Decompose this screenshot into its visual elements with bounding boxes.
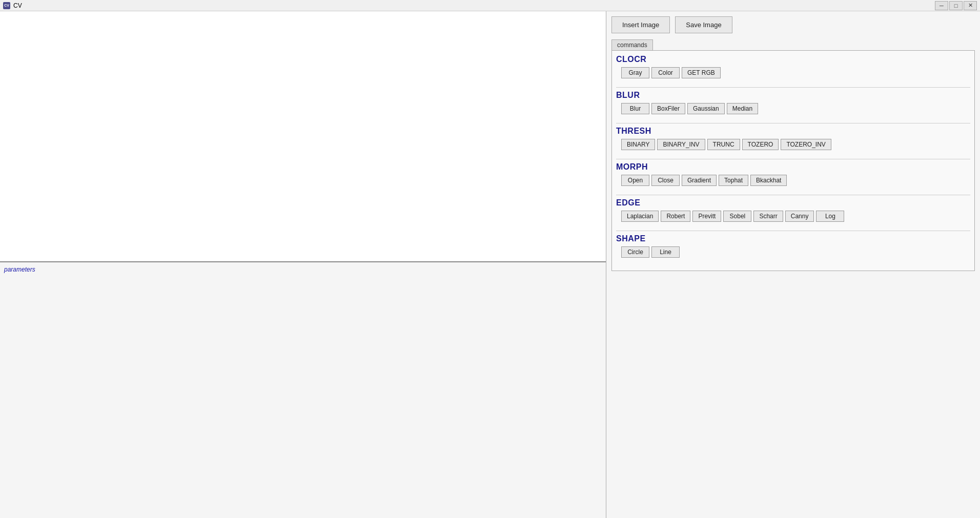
edge-laplacian-button[interactable]: Laplacian [621,211,659,222]
app-title: CV [13,2,22,9]
section-thresh: THRESH BINARY BINARY_INV TRUNC TOZERO TO… [616,127,970,152]
edge-canny-button[interactable]: Canny [785,211,814,222]
blur-blur-button[interactable]: Blur [621,103,649,114]
edge-robert-button[interactable]: Robert [661,211,690,222]
edge-sobel-button[interactable]: Sobel [723,211,751,222]
clocr-getrgb-button[interactable]: GET RGB [682,67,721,78]
section-morph-title: MORPH [616,162,970,172]
main-layout: parameters Insert Image Save Image comma… [0,11,980,518]
morph-bkackhat-button[interactable]: Bkackhat [750,175,787,186]
title-bar-controls: ─ □ ✕ [935,1,977,10]
edge-row-2: Sobel Scharr Canny [723,211,814,222]
morph-row-1: Open Close Gradient [621,175,717,186]
shape-circle-button[interactable]: Circle [621,246,649,258]
section-shape: SHAPE Circle Line [616,234,970,259]
thresh-tozero-button[interactable]: TOZERO [742,139,779,150]
thresh-row-2: TOZERO TOZERO_INV [742,139,831,150]
right-panel: Insert Image Save Image commands CLOCR G… [606,11,980,518]
thresh-tozero-inv-button[interactable]: TOZERO_INV [781,139,831,150]
maximize-button[interactable]: □ [949,1,963,10]
blur-row-1: Blur BoxFiler Gaussian Median [621,103,758,114]
shape-row-1: Circle Line [621,246,680,258]
thresh-trunc-button[interactable]: TRUNC [707,139,740,150]
edge-row-1: Laplacian Robert Previtt [621,211,721,222]
blur-median-button[interactable]: Median [727,103,758,114]
shape-line-button[interactable]: Line [651,246,680,258]
section-shape-buttons: Circle Line [616,246,970,259]
parameters-panel: parameters [0,262,606,518]
section-morph-buttons: Open Close Gradient Tophat Bkackhat [616,175,970,188]
thresh-binary-button[interactable]: BINARY [621,139,655,150]
divider-blur [616,87,970,88]
morph-close-button[interactable]: Close [651,175,680,186]
blur-gaussian-button[interactable]: Gaussian [687,103,725,114]
commands-tab[interactable]: commands [611,39,653,50]
commands-container: CLOCR Gray Color GET RGB BLUR Blur BoxFi… [611,50,975,271]
clocr-row-1: Gray Color GET RGB [621,67,721,78]
parameters-label: parameters [4,266,35,273]
app-icon: CV [3,2,10,9]
divider-shape [616,231,970,231]
section-clocr: CLOCR Gray Color GET RGB [616,55,970,80]
thresh-row-1: BINARY BINARY_INV TRUNC [621,139,740,150]
section-clocr-title: CLOCR [616,55,970,64]
insert-image-button[interactable]: Insert Image [611,16,670,33]
clocr-color-button[interactable]: Color [651,67,680,78]
section-blur-buttons: Blur BoxFiler Gaussian Median [616,103,970,116]
title-bar: CV CV ─ □ ✕ [0,0,980,11]
thresh-binary-inv-button[interactable]: BINARY_INV [657,139,705,150]
section-blur-title: BLUR [616,91,970,100]
section-blur: BLUR Blur BoxFiler Gaussian Median [616,91,970,116]
close-button[interactable]: ✕ [964,1,977,10]
section-shape-title: SHAPE [616,234,970,243]
left-area: parameters [0,11,606,518]
divider-morph [616,159,970,159]
toolbar-row: Insert Image Save Image [611,16,975,33]
title-bar-left: CV CV [3,2,22,9]
section-clocr-buttons: Gray Color GET RGB [616,67,970,80]
morph-tophat-button[interactable]: Tophat [719,175,748,186]
morph-row-2: Tophat Bkackhat [719,175,787,186]
divider-edge [616,195,970,195]
save-image-button[interactable]: Save Image [675,16,732,33]
morph-gradient-button[interactable]: Gradient [682,175,717,186]
blur-boxfiler-button[interactable]: BoxFiler [651,103,685,114]
section-edge-title: EDGE [616,198,970,208]
section-thresh-title: THRESH [616,127,970,136]
section-morph: MORPH Open Close Gradient Tophat Bkackha… [616,162,970,188]
edge-log-button[interactable]: Log [816,211,844,222]
edge-previtt-button[interactable]: Previtt [692,211,721,222]
clocr-gray-button[interactable]: Gray [621,67,649,78]
morph-open-button[interactable]: Open [621,175,649,186]
section-thresh-buttons: BINARY BINARY_INV TRUNC TOZERO TOZERO_IN… [616,139,970,152]
section-edge-buttons: Laplacian Robert Previtt Sobel Scharr Ca… [616,211,970,223]
section-edge: EDGE Laplacian Robert Previtt Sobel Scha… [616,198,970,223]
minimize-button[interactable]: ─ [935,1,948,10]
edge-scharr-button[interactable]: Scharr [753,211,783,222]
image-panel [0,11,606,262]
edge-row-3: Log [816,211,844,222]
divider-thresh [616,123,970,123]
